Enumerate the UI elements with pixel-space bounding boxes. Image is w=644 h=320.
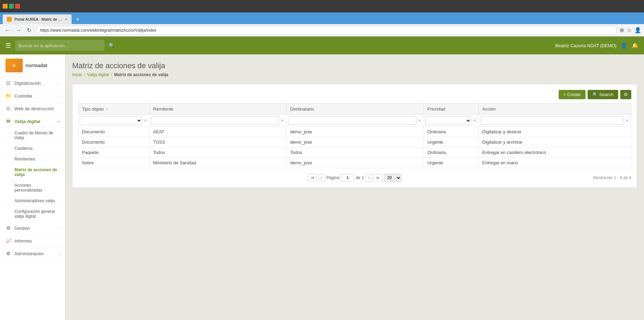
cell-accion-2: Entregar en casillero electrónico <box>479 147 631 158</box>
filter-input-accion[interactable] <box>480 116 624 125</box>
filter-clear-tipo-objeto[interactable]: × <box>143 117 148 124</box>
col-header-accion[interactable]: Acción <box>479 104 631 115</box>
submenu-item-matriz-acciones[interactable]: Matriz de acciones de valija <box>0 165 65 180</box>
tab-title: Portal ÁUREA - Matriz de accion... <box>14 17 62 21</box>
digitalizacion-icon: ⊡ <box>6 80 11 86</box>
per-page-select[interactable]: 20 50 100 <box>384 174 401 182</box>
gestion-arrow: ‹ <box>58 226 60 230</box>
informes-icon: 📈 <box>6 238 11 244</box>
window-controls <box>3 4 20 9</box>
top-nav-right: Beatriz Cazorla NDAT (DEMO) 👤 🔔 <box>555 42 638 49</box>
table-card: + Create 🔍 Search ⚙ Tipo <box>72 84 637 188</box>
gestion-icon: ⚙ <box>6 225 11 231</box>
sidebar-item-web-destruccion[interactable]: ⊙ Web de destrucción <box>0 102 65 115</box>
filter-cell-remitente: × <box>149 115 287 127</box>
sidebar-item-informes[interactable]: 📈 Informes <box>0 235 65 247</box>
tab-bar: Portal ÁUREA - Matriz de accion... × + <box>0 12 644 24</box>
filter-cell-tipo-objeto: × <box>78 115 150 127</box>
table-row[interactable]: SobreMinisterio de Sanidaddemo_joseUrgen… <box>78 158 631 168</box>
sidebar-item-valija-digital[interactable]: ✉ Valija digital ∨ <box>0 115 65 128</box>
sidebar: N normadat ⊡ Digitalización ‹ 📁 Custodia… <box>0 54 65 320</box>
col-header-destinatario[interactable]: Destinatario <box>287 104 424 115</box>
filter-wrap-remitente: × <box>151 116 285 125</box>
filter-clear-remitente[interactable]: × <box>280 117 285 124</box>
page-input[interactable] <box>341 174 354 182</box>
filter-input-remitente[interactable] <box>151 116 279 125</box>
table-row[interactable]: DocumentoAEATdemo_joseOrdinariaDigitaliz… <box>78 127 631 137</box>
col-header-remitente[interactable]: Remitente <box>149 104 287 115</box>
filter-select-tipo-objeto[interactable] <box>80 116 142 125</box>
breadcrumb: Inicio / Valija digital / Matriz de acci… <box>72 72 637 77</box>
search-icon-btn: 🔍 <box>592 92 598 97</box>
filter-select-prioridad[interactable] <box>425 116 471 125</box>
bookmark-icon[interactable]: ☆ <box>627 27 632 33</box>
filter-wrap-tipo-objeto: × <box>80 116 148 125</box>
search-icon[interactable]: 🔍 <box>109 43 115 48</box>
prev-page-button[interactable]: ‹ <box>318 174 325 182</box>
cell-destinatario-3: demo_jose <box>287 158 424 168</box>
filter-clear-prioridad[interactable]: × <box>472 117 477 124</box>
sidebar-item-custodia[interactable]: 📁 Custodia ‹ <box>0 90 65 102</box>
cell-remitente-1: TGSS <box>149 137 287 147</box>
breadcrumb-valija[interactable]: Valija digital <box>87 72 109 77</box>
url-bar[interactable]: https://www.normadat.com/webintegral/mat… <box>36 26 617 35</box>
filter-clear-accion[interactable]: × <box>624 117 630 124</box>
new-tab-button[interactable]: + <box>73 14 83 24</box>
search-button[interactable]: 🔍 Search <box>588 90 618 99</box>
back-button[interactable]: ← <box>3 27 12 34</box>
col-header-tipo-objeto[interactable]: Tipo objeto ↑ <box>78 104 150 115</box>
cell-prioridad-0: Ordinaria <box>424 127 479 137</box>
first-page-button[interactable]: ⊲ <box>308 174 317 182</box>
reload-button[interactable]: ↻ <box>25 26 33 34</box>
filter-input-destinatario[interactable] <box>288 116 416 125</box>
last-page-button[interactable]: ⊳ <box>374 174 383 182</box>
minimize-button[interactable] <box>3 4 8 9</box>
user-profile-icon[interactable]: 👤 <box>621 42 627 49</box>
data-table: Tipo objeto ↑ Remitente Destinatario Pri… <box>78 103 631 168</box>
of-label: de <box>356 175 360 180</box>
filter-clear-destinatario[interactable]: × <box>417 117 422 124</box>
submenu-item-cuadro-mando[interactable]: Cuadro de Mando de Valija <box>0 128 65 143</box>
filter-wrap-prioridad: × <box>425 116 477 125</box>
cell-remitente-0: AEAT <box>149 127 287 137</box>
submenu-item-remitentes[interactable]: Remitentes <box>0 154 65 165</box>
submenu-item-configuracion-general[interactable]: Configuración general valija digital <box>0 206 65 222</box>
account-icon[interactable]: 👤 <box>634 27 641 33</box>
custodia-arrow: ‹ <box>58 94 60 98</box>
table-row[interactable]: DocumentoTGSSdemo_joseUrgenteDigitalizar… <box>78 137 631 147</box>
administracion-arrow: ‹ <box>58 252 60 256</box>
tab-close-button[interactable]: × <box>65 17 67 22</box>
sidebar-item-administracion[interactable]: ⚙ Administración ‹ <box>0 247 65 260</box>
breadcrumb-inicio[interactable]: Inicio <box>72 72 82 77</box>
maximize-button[interactable] <box>9 4 14 9</box>
sidebar-item-digitalizacion[interactable]: ⊡ Digitalización ‹ <box>0 77 65 90</box>
cell-destinatario-1: demo_jose <box>287 137 424 147</box>
cell-accion-3: Entregar en mano <box>479 158 631 168</box>
url-text: https://www.normadat.com/webintegral/mat… <box>40 28 157 33</box>
create-button[interactable]: + Create <box>559 90 586 99</box>
notifications-icon[interactable]: 🔔 <box>632 42 638 49</box>
submenu-item-acciones-personalizadas[interactable]: Acciones personalizadas <box>0 180 65 196</box>
forward-button[interactable]: → <box>14 27 23 34</box>
create-label: + Create <box>564 92 581 97</box>
showing-info: Mostrando 1 - 4 de 4 <box>593 175 631 180</box>
sidebar-item-gestion[interactable]: ⚙ Gestión ‹ <box>0 222 65 235</box>
sidebar-item-label-informes: Informes <box>14 238 60 244</box>
hamburger-icon[interactable]: ☰ <box>6 42 11 49</box>
submenu-item-casilleros[interactable]: Casilleros <box>0 143 65 154</box>
cell-remitente-2: Todos <box>149 147 287 158</box>
next-page-button[interactable]: › <box>365 174 372 182</box>
global-search-input[interactable] <box>15 40 105 51</box>
settings-button[interactable]: ⚙ <box>620 90 631 99</box>
col-header-prioridad[interactable]: Prioridad <box>424 104 479 115</box>
table-row[interactable]: PaqueteTodosTodosOrdinariaEntregar en ca… <box>78 147 631 158</box>
active-tab[interactable]: Portal ÁUREA - Matriz de accion... × <box>3 14 72 24</box>
translate-icon[interactable]: ⊕ <box>620 27 624 33</box>
close-button[interactable] <box>15 4 20 9</box>
breadcrumb-current: Matriz de acciones de valija <box>114 72 168 77</box>
submenu-item-administradores-valija[interactable]: Administradores valija <box>0 196 65 206</box>
cell-prioridad-3: Urgente <box>424 158 479 168</box>
cell-accion-1: Digitalizar y archivar <box>479 137 631 147</box>
sidebar-item-label-digitalizacion: Digitalización <box>14 81 55 86</box>
tab-favicon <box>7 17 12 22</box>
